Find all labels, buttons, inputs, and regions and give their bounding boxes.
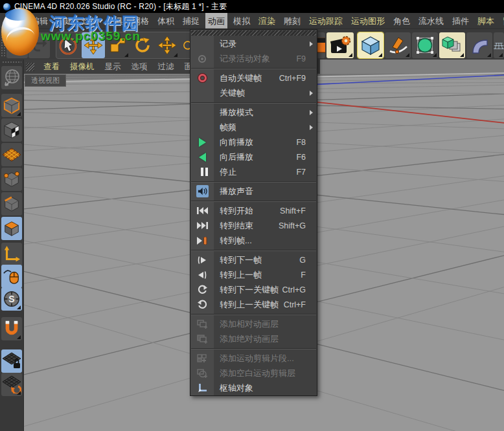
menu-item-record[interactable]: 记录 — [190, 36, 317, 51]
viewport-menu-display[interactable]: 显示 — [100, 61, 126, 72]
workplane-rotate-icon — [2, 375, 21, 393]
subdivision-surface-button[interactable] — [412, 32, 438, 58]
menu-volume[interactable]: 体积 — [155, 13, 177, 28]
cube-primitive-icon — [361, 36, 380, 55]
add-relative-anim-layer-icon — [197, 320, 208, 329]
go-frame-icon — [197, 237, 207, 245]
animate-dropdown-menu: 记录 记录活动对象 F9 自动关键帧 Ctrl+F9 关键帧 播放模式 帧频 — [190, 29, 317, 396]
menu-item-play-backwards[interactable]: 向后播放 F6 — [190, 149, 317, 164]
lock-workplane-button[interactable] — [1, 349, 22, 373]
viewport-menu-camera[interactable]: 摄像机 — [65, 61, 100, 72]
menu-separator — [190, 199, 317, 203]
edges-mode-button[interactable] — [1, 192, 22, 216]
menu-plugins[interactable]: 插件 — [450, 13, 472, 28]
window-title: CINEMA 4D R20.026 Studio (RC - R20) - [未… — [14, 1, 227, 12]
render-settings-button[interactable] — [326, 32, 354, 58]
menu-window[interactable]: 窗口 — [500, 13, 504, 28]
submenu-arrow-icon — [310, 110, 313, 115]
palette-grip[interactable] — [2, 61, 21, 64]
menu-item-goto-previous-key[interactable]: 转到上一关键帧 Ctrl+F — [190, 297, 317, 312]
menu-sculpt[interactable]: 雕刻 — [281, 13, 303, 28]
next-frame-icon — [198, 256, 207, 264]
edges-mode-cube-icon — [3, 195, 21, 213]
menu-snap[interactable]: 捕捉 — [180, 13, 202, 28]
snap-settings-button[interactable]: S — [1, 287, 22, 311]
floor-grid-button[interactable] — [494, 32, 504, 58]
add-cube-button[interactable] — [358, 32, 384, 58]
render-settings-clapper-gear-icon — [328, 35, 352, 56]
go-end-icon — [197, 222, 208, 229]
play-forward-icon — [199, 138, 206, 147]
instance-array-button[interactable] — [439, 32, 465, 58]
menu-animate[interactable]: 动画 — [205, 13, 227, 28]
speaker-icon — [196, 185, 209, 197]
menu-item-keyframes[interactable]: 关键帧 — [190, 85, 317, 100]
polygons-mode-cube-icon — [3, 219, 21, 238]
menu-item-play-sound[interactable]: 播放声音 — [190, 184, 317, 199]
bend-deformer-button[interactable] — [466, 32, 492, 58]
coordinate-ring-icon — [180, 36, 190, 55]
autokey-ring-icon — [198, 74, 207, 82]
watermark-site-url: www.pc0359.cn — [41, 29, 141, 43]
lock-workplane-icon — [2, 352, 21, 370]
menu-item-add-absolute-animation-layer: 添加绝对动画层 — [190, 331, 317, 346]
menu-item-add-motion-clip: 添加运动剪辑片段... — [190, 351, 317, 366]
menu-item-goto-end[interactable]: 转到结束 Shift+G — [190, 218, 317, 233]
menu-item-stop[interactable]: 停止 F7 — [190, 164, 317, 179]
instance-array-icon — [442, 36, 463, 55]
menu-item-autokeying[interactable]: 自动关键帧 Ctrl+F9 — [190, 71, 317, 85]
menu-item-goto-start[interactable]: 转到开始 Shift+F — [190, 203, 317, 218]
menu-item-frame-rate[interactable]: 帧频 — [190, 120, 317, 135]
mode-palette: S — [0, 60, 23, 431]
menu-mograph[interactable]: 运动图形 — [349, 13, 387, 28]
menu-separator — [190, 179, 317, 184]
viewport-menu-view[interactable]: 查看 — [38, 61, 65, 72]
polygons-mode-button[interactable] — [1, 217, 22, 240]
last-tool-move-icon — [158, 36, 176, 54]
viewport-tab[interactable]: 透视视图 — [25, 74, 66, 87]
menu-render[interactable]: 渲染 — [256, 13, 278, 28]
menu-motion-tracker[interactable]: 运动跟踪 — [306, 13, 345, 28]
menu-item-goto-next-key[interactable]: 转到下一关键帧 Ctrl+G — [190, 282, 317, 297]
menu-pipeline[interactable]: 流水线 — [416, 13, 446, 28]
menu-separator — [190, 248, 317, 252]
menu-item-play-forwards[interactable]: 向前播放 F8 — [190, 135, 317, 149]
enable-axis-button[interactable] — [1, 243, 22, 266]
menu-separator — [190, 346, 317, 351]
pen-spline-button[interactable] — [385, 32, 411, 58]
last-tool-button[interactable] — [155, 32, 179, 58]
menu-simulate[interactable]: 模拟 — [231, 13, 253, 28]
menu-script[interactable]: 脚本 — [475, 13, 497, 28]
points-mode-cube-icon — [3, 170, 21, 188]
coordinate-ring-button[interactable] — [180, 32, 190, 58]
submenu-arrow-icon — [310, 125, 313, 130]
menu-tearoff-strip[interactable] — [191, 30, 316, 36]
points-mode-button[interactable] — [1, 168, 22, 191]
workplane-mode-grid-icon — [2, 147, 21, 162]
viewport-menu-grip[interactable] — [26, 63, 34, 71]
workplane-rotate-button[interactable] — [1, 373, 22, 396]
world-coordinates-globe-icon — [3, 68, 21, 87]
coordinate-system-button[interactable] — [1, 66, 22, 89]
menu-item-goto-next-frame[interactable]: 转到下一帧 G — [190, 252, 317, 267]
viewport-menu-options[interactable]: 选项 — [126, 61, 153, 72]
texture-mode-button[interactable] — [1, 118, 22, 142]
add-motion-clip-icon — [197, 354, 208, 363]
submenu-arrow-icon — [310, 41, 313, 47]
magnet-snap-button[interactable] — [1, 317, 22, 340]
viewport-tweak-button[interactable] — [1, 265, 22, 288]
bend-deformer-icon — [470, 36, 489, 55]
menu-item-add-relative-animation-layer: 添加相对动画层 — [190, 316, 317, 331]
menu-item-goto-previous-frame[interactable]: 转到上一帧 F — [190, 267, 317, 282]
pause-icon — [201, 168, 203, 176]
menu-item-pivot-object[interactable]: 枢轴对象 — [190, 381, 317, 395]
menu-item-goto-frame[interactable]: 转到帧... — [190, 233, 317, 248]
menu-character[interactable]: 角色 — [391, 13, 413, 28]
application-window: CINEMA 4D R20.026 Studio (RC - R20) - [未… — [0, 0, 504, 431]
menu-separator — [190, 66, 317, 71]
texture-mode-checker-cube-icon — [3, 121, 21, 139]
model-mode-button[interactable] — [1, 94, 22, 117]
workplane-mode-button[interactable] — [1, 143, 22, 166]
viewport-menu-filter[interactable]: 过滤 — [153, 61, 179, 72]
menu-item-play-mode[interactable]: 播放模式 — [190, 105, 317, 120]
